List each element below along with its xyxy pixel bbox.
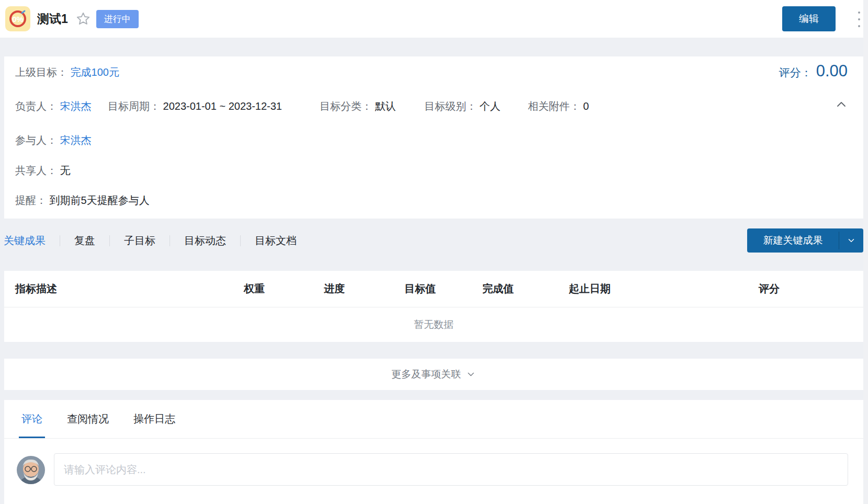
favorite-star-icon[interactable]: [76, 12, 91, 26]
section-tabs: 关键成果 复盘 子目标 目标动态 目标文档: [4, 228, 297, 253]
status-badge: 进行中: [96, 10, 139, 28]
create-key-result-button[interactable]: 新建关键成果: [747, 228, 863, 253]
owner-label: 负责人：: [15, 100, 57, 112]
goal-detail-page: 0% 测试1 进行中 编辑 上级目标： 完成100元 评分： 0.00 负责人：…: [0, 0, 868, 504]
owner-link[interactable]: 宋洪杰: [60, 100, 92, 112]
tab-goal-activity[interactable]: 目标动态: [184, 234, 226, 248]
field-owner: 负责人： 宋洪杰: [15, 99, 92, 113]
table-empty-state: 暂无数据: [4, 307, 863, 341]
page-title: 测试1: [37, 11, 68, 27]
comment-input[interactable]: [54, 453, 848, 486]
tab-divider: [170, 235, 170, 246]
participants-label: 参与人：: [15, 134, 57, 146]
col-target-value: 目标值: [404, 282, 482, 296]
reminder-value: 到期前5天提醒参与人: [50, 194, 150, 206]
tab-sub-goals[interactable]: 子目标: [124, 234, 155, 248]
user-avatar: [17, 456, 45, 484]
parent-goal-label: 上级目标：: [15, 66, 67, 78]
tab-review[interactable]: 复盘: [74, 234, 95, 248]
score-value: 0.00: [816, 62, 848, 81]
col-completed-value: 完成值: [482, 282, 569, 296]
col-progress: 进度: [324, 282, 404, 296]
col-indicator-description: 指标描述: [15, 282, 244, 296]
create-key-result-label[interactable]: 新建关键成果: [747, 228, 839, 253]
field-level: 目标级别： 个人: [424, 99, 501, 113]
goal-icon-label: 0%: [12, 15, 24, 24]
tab-divider: [240, 235, 241, 246]
parent-goal-row: 上级目标： 完成100元: [15, 65, 848, 79]
shared-row: 共享人： 无: [15, 164, 848, 178]
attachments-count: 0: [583, 100, 589, 112]
tab-divider: [60, 235, 60, 246]
tab-read-status[interactable]: 查阅情况: [64, 400, 111, 438]
level-value: 个人: [480, 100, 501, 112]
comment-tabs: 评论 查阅情况 操作日志: [4, 400, 863, 439]
more-actions-menu-icon[interactable]: [855, 12, 863, 27]
more-relations-label: 更多及事项关联: [391, 368, 461, 381]
field-category: 目标分类： 默认: [320, 99, 396, 113]
period-value: 2023-01-01 ~ 2023-12-31: [163, 100, 282, 112]
category-label: 目标分类：: [320, 100, 372, 112]
more-relations-bar[interactable]: 更多及事项关联: [4, 359, 863, 390]
col-date-range: 起止日期: [569, 282, 759, 296]
scrollbar-track[interactable]: [863, 0, 868, 504]
collapse-chevron-up-icon[interactable]: [835, 98, 848, 113]
goal-percent-icon: 0%: [5, 6, 30, 31]
edit-button[interactable]: 编辑: [782, 6, 836, 31]
period-label: 目标周期：: [108, 100, 160, 112]
score-box: 评分： 0.00: [779, 62, 848, 81]
table-header-row: 指标描述 权重 进度 目标值 完成值 起止日期 评分: [4, 271, 863, 307]
field-period: 目标周期： 2023-01-01 ~ 2023-12-31: [108, 99, 282, 113]
category-value: 默认: [375, 100, 396, 112]
tab-key-results[interactable]: 关键成果: [4, 234, 46, 248]
participants-row: 参与人： 宋洪杰: [15, 133, 848, 147]
chevron-down-icon: [466, 369, 476, 380]
score-label: 评分：: [779, 65, 812, 80]
reminder-row: 提醒： 到期前5天提醒参与人: [15, 193, 848, 208]
tab-operation-log[interactable]: 操作日志: [131, 400, 178, 438]
shared-value: 无: [60, 165, 71, 176]
col-score: 评分: [759, 282, 863, 296]
page-header: 0% 测试1 进行中 编辑: [0, 0, 868, 38]
goal-fields-row: 负责人： 宋洪杰 目标周期： 2023-01-01 ~ 2023-12-31 目…: [15, 99, 848, 112]
tab-comments[interactable]: 评论: [19, 400, 45, 438]
reminder-label: 提醒：: [15, 194, 47, 206]
level-label: 目标级别：: [424, 100, 477, 112]
attachments-label: 相关附件：: [528, 100, 580, 112]
participants-link[interactable]: 宋洪杰: [60, 134, 92, 146]
col-weight: 权重: [244, 282, 324, 296]
comments-section: 评论 查阅情况 操作日志: [4, 400, 863, 504]
create-dropdown-chevron-icon[interactable]: [839, 228, 863, 253]
field-attachments: 相关附件： 0: [528, 99, 589, 113]
goal-overview-card: 上级目标： 完成100元 评分： 0.00 负责人： 宋洪杰 目标周期： 202…: [4, 56, 863, 219]
key-results-table: 指标描述 权重 进度 目标值 完成值 起止日期 评分 暂无数据: [4, 271, 863, 342]
tab-goal-documents[interactable]: 目标文档: [255, 234, 297, 248]
parent-goal-link[interactable]: 完成100元: [71, 66, 119, 78]
tab-divider: [109, 235, 110, 246]
shared-label: 共享人：: [15, 165, 57, 176]
